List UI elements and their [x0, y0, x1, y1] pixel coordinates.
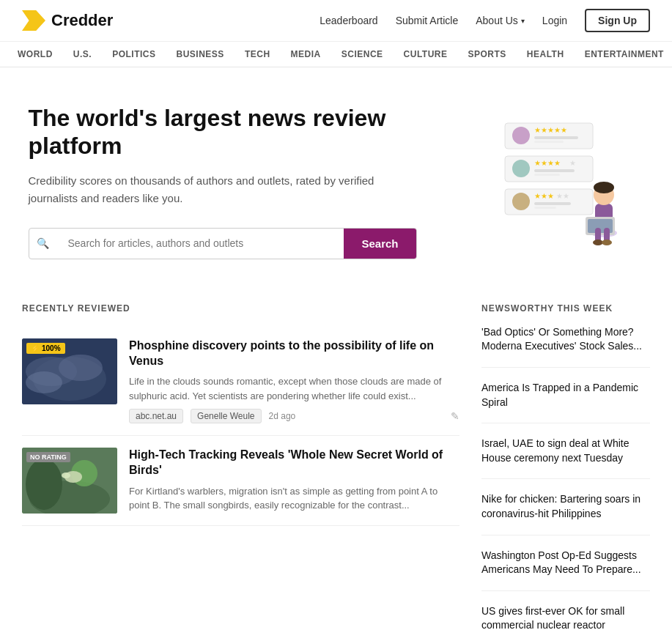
hero-section: The world's largest news review platform… [7, 67, 666, 289]
score-badge: ⚡ 100% [26, 343, 65, 354]
cat-nav-tech[interactable]: TECH [235, 42, 281, 67]
news-item: 'Bad Optics' Or Something More? Moderna … [481, 325, 650, 368]
hero-title: The world's largest news review platform [29, 104, 417, 160]
svg-point-31 [26, 371, 62, 393]
svg-rect-10 [534, 174, 560, 176]
article-card: NO RATING High-Tech Tracking Reveals 'Wh… [22, 436, 459, 526]
article-thumbnail: NO RATING [22, 448, 117, 514]
article-info: Phosphine discovery points to the possib… [129, 338, 459, 424]
svg-text:★★: ★★ [556, 192, 569, 200]
svg-text:★★★: ★★★ [534, 192, 554, 200]
hero-description: Credibility scores on thousands of autho… [29, 172, 417, 207]
nav-leaderboard[interactable]: Leaderboard [320, 15, 377, 26]
left-column: RECENTLY REVIEWED ⚡ 100% Phosphine disco [22, 303, 459, 630]
cat-nav-world[interactable]: WORLD [7, 42, 63, 67]
cat-nav-politics[interactable]: POLITICS [102, 42, 166, 67]
news-item: America Is Trapped in a Pandemic Spiral [481, 381, 650, 423]
svg-rect-4 [534, 141, 564, 143]
recently-reviewed-title: RECENTLY REVIEWED [22, 303, 459, 314]
svg-rect-3 [534, 136, 578, 139]
svg-rect-15 [534, 202, 571, 205]
nav-submit-article[interactable]: Submit Article [396, 15, 459, 26]
news-item: US gives first-ever OK for small commerc… [481, 604, 650, 630]
svg-point-25 [593, 240, 603, 245]
nav-about-us[interactable]: About Us ▾ [476, 15, 525, 26]
cat-nav-media[interactable]: MEDIA [281, 42, 331, 67]
svg-point-1 [512, 127, 530, 144]
article-excerpt: Life in the clouds sounds romantic, exce… [129, 374, 459, 403]
badge-icon: ⚡ [31, 344, 40, 352]
news-item: Nike for chicken: Bartering soars in cor… [481, 492, 650, 535]
search-bar: 🔍 Search [29, 228, 417, 259]
svg-text:★★★★: ★★★★ [534, 159, 561, 167]
logo-text: Credder [51, 11, 113, 30]
cat-nav-health[interactable]: HEALTH [517, 42, 575, 67]
svg-point-34 [26, 459, 62, 510]
main-content: RECENTLY REVIEWED ⚡ 100% Phosphine disco [0, 289, 672, 630]
news-item-link[interactable]: US gives first-ever OK for small commerc… [481, 605, 624, 630]
cat-nav-culture[interactable]: CULTURE [394, 42, 458, 67]
search-input[interactable] [56, 229, 344, 259]
article-thumbnail: ⚡ 100% [22, 338, 117, 404]
no-rating-badge: NO RATING [26, 452, 70, 462]
illustration-svg: ★★★★★ ★★★★ ★ ★★★ ★★ [490, 108, 637, 255]
svg-rect-16 [534, 207, 556, 209]
cat-nav-entertainment[interactable]: ENTERTAINMENT [575, 42, 672, 67]
article-card: ⚡ 100% Phosphine discovery points to the… [22, 327, 459, 437]
svg-point-37 [62, 472, 70, 478]
svg-text:★★★★★: ★★★★★ [534, 126, 567, 134]
newsworthy-title: NEWSWORTHY THIS WEEK [481, 303, 650, 314]
cat-nav-sports[interactable]: SPORTS [458, 42, 517, 67]
newsworthy-list: 'Bad Optics' Or Something More? Moderna … [481, 325, 650, 630]
right-column: NEWSWORTHY THIS WEEK 'Bad Optics' Or Som… [481, 303, 650, 630]
article-meta: abc.net.au Genelle Weule 2d ago ✎ [129, 409, 459, 423]
article-title[interactable]: High-Tech Tracking Reveals 'Whole New Se… [129, 448, 459, 478]
search-icon: 🔍 [29, 229, 56, 259]
news-item-link[interactable]: 'Bad Optics' Or Something More? Moderna … [481, 326, 642, 352]
svg-text:★: ★ [569, 159, 576, 167]
logo-icon [22, 10, 45, 31]
cat-nav-business[interactable]: BUSINESS [166, 42, 235, 67]
svg-point-12 [512, 193, 530, 210]
badge-score: 100% [42, 344, 61, 352]
svg-point-20 [594, 182, 614, 193]
main-nav: Leaderboard Submit Article About Us ▾ Lo… [320, 9, 650, 32]
article-excerpt: For Kirtland's warblers, migration isn't… [129, 484, 459, 513]
category-nav: WORLDU.S.POLITICSBUSINESSTECHMEDIASCIENC… [0, 42, 672, 67]
svg-rect-9 [534, 169, 575, 172]
cat-nav-u.s.[interactable]: U.S. [63, 42, 102, 67]
article-title[interactable]: Phosphine discovery points to the possib… [129, 338, 459, 369]
svg-point-30 [59, 355, 103, 381]
signup-button[interactable]: Sign Up [585, 9, 650, 32]
logo[interactable]: Credder [22, 10, 113, 31]
chevron-down-icon: ▾ [521, 17, 525, 25]
source-tag[interactable]: abc.net.au [129, 409, 183, 423]
news-item-link[interactable]: Washington Post Op-Ed Suggests Americans… [481, 549, 641, 576]
news-item-link[interactable]: Nike for chicken: Bartering soars in cor… [481, 493, 640, 519]
news-item-link[interactable]: America Is Trapped in a Pandemic Spiral [481, 382, 638, 408]
svg-point-6 [512, 160, 530, 177]
hero-illustration: ★★★★★ ★★★★ ★ ★★★ ★★ [483, 108, 644, 255]
svg-point-26 [602, 240, 612, 245]
login-button[interactable]: Login [542, 15, 567, 26]
header: Credder Leaderboard Submit Article About… [0, 0, 672, 42]
author-tag[interactable]: Genelle Weule [191, 409, 262, 423]
news-item: Israel, UAE to sign deal at White House … [481, 437, 650, 479]
search-button[interactable]: Search [344, 229, 416, 259]
edit-icon[interactable]: ✎ [451, 410, 459, 422]
hero-text: The world's largest news review platform… [29, 104, 417, 259]
article-info: High-Tech Tracking Reveals 'Whole New Se… [129, 448, 459, 513]
news-item-link[interactable]: Israel, UAE to sign deal at White House … [481, 437, 629, 464]
news-item: Washington Post Op-Ed Suggests Americans… [481, 549, 650, 591]
time-tag: 2d ago [269, 411, 296, 421]
cat-nav-science[interactable]: SCIENCE [331, 42, 394, 67]
